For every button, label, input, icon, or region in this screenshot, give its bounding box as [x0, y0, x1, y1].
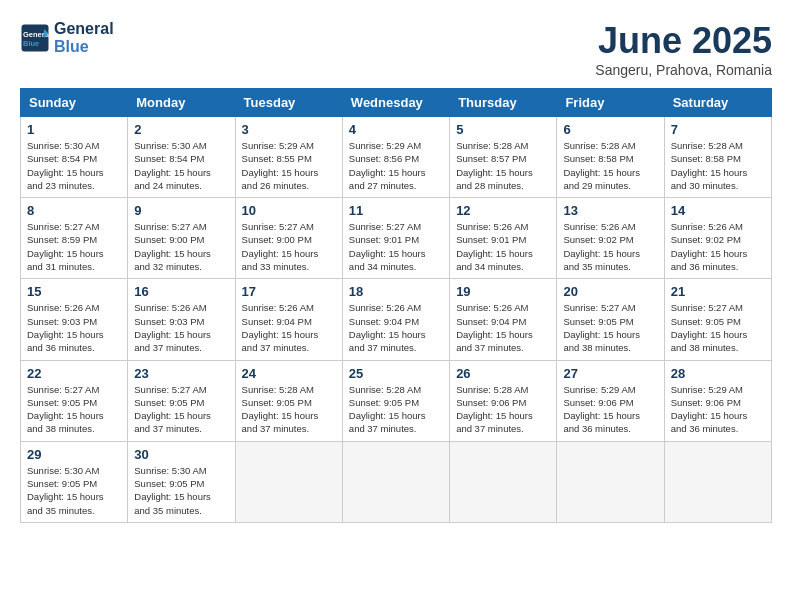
month-title: June 2025: [595, 20, 772, 62]
day-cell-15: 15Sunrise: 5:26 AMSunset: 9:03 PMDayligh…: [21, 279, 128, 360]
day-number: 6: [563, 122, 657, 137]
day-number: 2: [134, 122, 228, 137]
day-number: 1: [27, 122, 121, 137]
week-row-3: 15Sunrise: 5:26 AMSunset: 9:03 PMDayligh…: [21, 279, 772, 360]
day-cell-7: 7Sunrise: 5:28 AMSunset: 8:58 PMDaylight…: [664, 117, 771, 198]
location: Sangeru, Prahova, Romania: [595, 62, 772, 78]
day-info: Sunrise: 5:28 AMSunset: 9:05 PMDaylight:…: [242, 383, 336, 436]
col-header-wednesday: Wednesday: [342, 89, 449, 117]
day-number: 28: [671, 366, 765, 381]
day-cell-11: 11Sunrise: 5:27 AMSunset: 9:01 PMDayligh…: [342, 198, 449, 279]
day-info: Sunrise: 5:27 AMSunset: 8:59 PMDaylight:…: [27, 220, 121, 273]
day-cell-20: 20Sunrise: 5:27 AMSunset: 9:05 PMDayligh…: [557, 279, 664, 360]
day-info: Sunrise: 5:27 AMSunset: 9:05 PMDaylight:…: [27, 383, 121, 436]
day-cell-10: 10Sunrise: 5:27 AMSunset: 9:00 PMDayligh…: [235, 198, 342, 279]
day-cell-empty-4-5: [557, 441, 664, 522]
week-row-2: 8Sunrise: 5:27 AMSunset: 8:59 PMDaylight…: [21, 198, 772, 279]
day-number: 26: [456, 366, 550, 381]
day-cell-5: 5Sunrise: 5:28 AMSunset: 8:57 PMDaylight…: [450, 117, 557, 198]
col-header-saturday: Saturday: [664, 89, 771, 117]
day-info: Sunrise: 5:30 AMSunset: 9:05 PMDaylight:…: [27, 464, 121, 517]
day-cell-26: 26Sunrise: 5:28 AMSunset: 9:06 PMDayligh…: [450, 360, 557, 441]
day-info: Sunrise: 5:26 AMSunset: 9:03 PMDaylight:…: [27, 301, 121, 354]
day-cell-2: 2Sunrise: 5:30 AMSunset: 8:54 PMDaylight…: [128, 117, 235, 198]
logo: General Blue General Blue: [20, 20, 114, 56]
day-cell-19: 19Sunrise: 5:26 AMSunset: 9:04 PMDayligh…: [450, 279, 557, 360]
day-info: Sunrise: 5:26 AMSunset: 9:04 PMDaylight:…: [456, 301, 550, 354]
day-number: 17: [242, 284, 336, 299]
day-cell-1: 1Sunrise: 5:30 AMSunset: 8:54 PMDaylight…: [21, 117, 128, 198]
day-cell-23: 23Sunrise: 5:27 AMSunset: 9:05 PMDayligh…: [128, 360, 235, 441]
day-cell-25: 25Sunrise: 5:28 AMSunset: 9:05 PMDayligh…: [342, 360, 449, 441]
day-number: 24: [242, 366, 336, 381]
day-cell-empty-4-3: [342, 441, 449, 522]
day-info: Sunrise: 5:28 AMSunset: 8:58 PMDaylight:…: [563, 139, 657, 192]
day-info: Sunrise: 5:27 AMSunset: 9:00 PMDaylight:…: [242, 220, 336, 273]
day-number: 5: [456, 122, 550, 137]
day-info: Sunrise: 5:30 AMSunset: 9:05 PMDaylight:…: [134, 464, 228, 517]
day-number: 14: [671, 203, 765, 218]
day-number: 7: [671, 122, 765, 137]
day-cell-3: 3Sunrise: 5:29 AMSunset: 8:55 PMDaylight…: [235, 117, 342, 198]
day-info: Sunrise: 5:29 AMSunset: 9:06 PMDaylight:…: [563, 383, 657, 436]
col-header-thursday: Thursday: [450, 89, 557, 117]
page-header: General Blue General Blue June 2025 Sang…: [20, 20, 772, 78]
svg-text:Blue: Blue: [23, 39, 39, 48]
day-info: Sunrise: 5:26 AMSunset: 9:04 PMDaylight:…: [242, 301, 336, 354]
calendar-table: SundayMondayTuesdayWednesdayThursdayFrid…: [20, 88, 772, 523]
day-number: 12: [456, 203, 550, 218]
day-cell-empty-4-6: [664, 441, 771, 522]
day-info: Sunrise: 5:27 AMSunset: 9:00 PMDaylight:…: [134, 220, 228, 273]
day-info: Sunrise: 5:26 AMSunset: 9:01 PMDaylight:…: [456, 220, 550, 273]
day-cell-9: 9Sunrise: 5:27 AMSunset: 9:00 PMDaylight…: [128, 198, 235, 279]
day-cell-4: 4Sunrise: 5:29 AMSunset: 8:56 PMDaylight…: [342, 117, 449, 198]
day-info: Sunrise: 5:28 AMSunset: 8:57 PMDaylight:…: [456, 139, 550, 192]
day-number: 23: [134, 366, 228, 381]
col-header-friday: Friday: [557, 89, 664, 117]
day-info: Sunrise: 5:29 AMSunset: 9:06 PMDaylight:…: [671, 383, 765, 436]
logo-general: General: [54, 20, 114, 38]
day-number: 4: [349, 122, 443, 137]
day-number: 8: [27, 203, 121, 218]
day-cell-24: 24Sunrise: 5:28 AMSunset: 9:05 PMDayligh…: [235, 360, 342, 441]
day-cell-22: 22Sunrise: 5:27 AMSunset: 9:05 PMDayligh…: [21, 360, 128, 441]
day-cell-17: 17Sunrise: 5:26 AMSunset: 9:04 PMDayligh…: [235, 279, 342, 360]
day-number: 10: [242, 203, 336, 218]
day-number: 15: [27, 284, 121, 299]
day-cell-29: 29Sunrise: 5:30 AMSunset: 9:05 PMDayligh…: [21, 441, 128, 522]
day-number: 29: [27, 447, 121, 462]
day-info: Sunrise: 5:29 AMSunset: 8:56 PMDaylight:…: [349, 139, 443, 192]
day-cell-21: 21Sunrise: 5:27 AMSunset: 9:05 PMDayligh…: [664, 279, 771, 360]
day-cell-6: 6Sunrise: 5:28 AMSunset: 8:58 PMDaylight…: [557, 117, 664, 198]
day-info: Sunrise: 5:27 AMSunset: 9:05 PMDaylight:…: [671, 301, 765, 354]
day-info: Sunrise: 5:26 AMSunset: 9:04 PMDaylight:…: [349, 301, 443, 354]
day-cell-empty-4-4: [450, 441, 557, 522]
day-cell-12: 12Sunrise: 5:26 AMSunset: 9:01 PMDayligh…: [450, 198, 557, 279]
day-info: Sunrise: 5:26 AMSunset: 9:03 PMDaylight:…: [134, 301, 228, 354]
day-cell-16: 16Sunrise: 5:26 AMSunset: 9:03 PMDayligh…: [128, 279, 235, 360]
day-info: Sunrise: 5:29 AMSunset: 8:55 PMDaylight:…: [242, 139, 336, 192]
day-cell-14: 14Sunrise: 5:26 AMSunset: 9:02 PMDayligh…: [664, 198, 771, 279]
day-info: Sunrise: 5:26 AMSunset: 9:02 PMDaylight:…: [563, 220, 657, 273]
col-header-tuesday: Tuesday: [235, 89, 342, 117]
day-info: Sunrise: 5:30 AMSunset: 8:54 PMDaylight:…: [134, 139, 228, 192]
col-header-monday: Monday: [128, 89, 235, 117]
day-info: Sunrise: 5:30 AMSunset: 8:54 PMDaylight:…: [27, 139, 121, 192]
day-number: 19: [456, 284, 550, 299]
day-cell-13: 13Sunrise: 5:26 AMSunset: 9:02 PMDayligh…: [557, 198, 664, 279]
day-info: Sunrise: 5:28 AMSunset: 9:05 PMDaylight:…: [349, 383, 443, 436]
day-info: Sunrise: 5:26 AMSunset: 9:02 PMDaylight:…: [671, 220, 765, 273]
day-cell-8: 8Sunrise: 5:27 AMSunset: 8:59 PMDaylight…: [21, 198, 128, 279]
day-cell-28: 28Sunrise: 5:29 AMSunset: 9:06 PMDayligh…: [664, 360, 771, 441]
week-row-5: 29Sunrise: 5:30 AMSunset: 9:05 PMDayligh…: [21, 441, 772, 522]
day-number: 27: [563, 366, 657, 381]
day-cell-30: 30Sunrise: 5:30 AMSunset: 9:05 PMDayligh…: [128, 441, 235, 522]
day-cell-27: 27Sunrise: 5:29 AMSunset: 9:06 PMDayligh…: [557, 360, 664, 441]
day-number: 3: [242, 122, 336, 137]
day-info: Sunrise: 5:27 AMSunset: 9:01 PMDaylight:…: [349, 220, 443, 273]
week-row-4: 22Sunrise: 5:27 AMSunset: 9:05 PMDayligh…: [21, 360, 772, 441]
day-number: 25: [349, 366, 443, 381]
day-number: 11: [349, 203, 443, 218]
calendar-header-row: SundayMondayTuesdayWednesdayThursdayFrid…: [21, 89, 772, 117]
logo-icon: General Blue: [20, 23, 50, 53]
